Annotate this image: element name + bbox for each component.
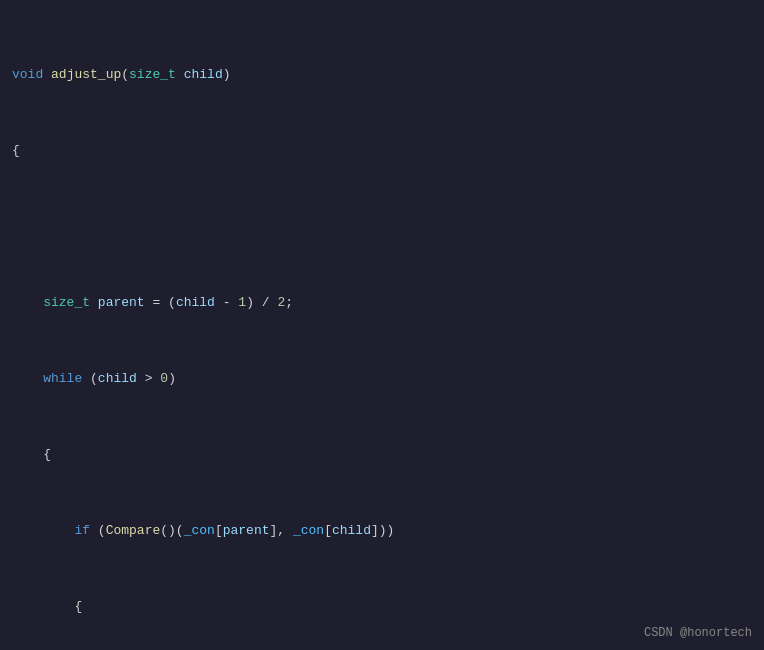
code-content: void adjust_up(size_t child) { size_t pa… <box>0 8 764 650</box>
watermark-text: CSDN @honortech <box>644 626 752 640</box>
code-line-8: { <box>12 597 752 616</box>
code-line-1: void adjust_up(size_t child) <box>12 65 752 84</box>
code-editor: void adjust_up(size_t child) { size_t pa… <box>0 0 764 650</box>
code-line-4: size_t parent = (child - 1) / 2; <box>12 293 752 312</box>
code-line-6: { <box>12 445 752 464</box>
code-line-2: { <box>12 141 752 160</box>
code-line-7: if (Compare()(_con[parent], _con[child])… <box>12 521 752 540</box>
code-line-5: while (child > 0) <box>12 369 752 388</box>
code-line-3 <box>12 217 752 236</box>
